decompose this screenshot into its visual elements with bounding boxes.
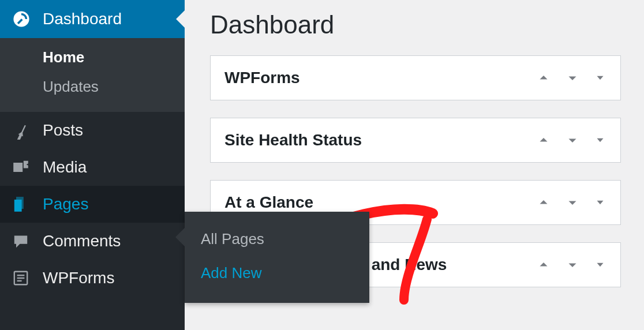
widget-controls bbox=[536, 133, 606, 148]
sidebar-item-label: Pages bbox=[43, 195, 88, 213]
widget-controls bbox=[536, 70, 606, 85]
active-indicator-icon bbox=[176, 10, 185, 28]
admin-sidebar: Dashboard Home Updates Posts Media Pages… bbox=[0, 0, 185, 330]
toggle-icon[interactable] bbox=[594, 258, 606, 271]
widget-title: At a Glance bbox=[224, 193, 313, 212]
move-up-icon[interactable] bbox=[536, 257, 551, 272]
widget-controls bbox=[536, 257, 606, 272]
widget-controls bbox=[536, 195, 606, 210]
media-icon bbox=[12, 158, 35, 177]
sidebar-item-wpforms[interactable]: WPForms bbox=[0, 260, 185, 297]
dashboard-icon bbox=[12, 9, 35, 29]
sidebar-item-posts[interactable]: Posts bbox=[0, 112, 185, 149]
sidebar-item-dashboard[interactable]: Dashboard bbox=[0, 0, 185, 38]
widget-site-health: Site Health Status bbox=[210, 118, 621, 163]
sidebar-item-label: Media bbox=[43, 158, 87, 177]
widget-wpforms: WPForms bbox=[210, 55, 621, 100]
toggle-icon[interactable] bbox=[594, 196, 606, 209]
toggle-icon[interactable] bbox=[594, 72, 606, 84]
move-up-icon[interactable] bbox=[536, 70, 551, 85]
move-down-icon[interactable] bbox=[565, 195, 580, 210]
move-up-icon[interactable] bbox=[536, 133, 551, 148]
page-title: Dashboard bbox=[210, 10, 621, 39]
wpforms-icon bbox=[12, 269, 35, 287]
comments-icon bbox=[12, 232, 35, 250]
pages-flyout-menu: All Pages Add New bbox=[185, 212, 369, 303]
dashboard-submenu: Home Updates bbox=[0, 38, 185, 112]
svg-point-0 bbox=[15, 164, 17, 167]
sidebar-item-label: Dashboard bbox=[43, 10, 122, 28]
toggle-icon[interactable] bbox=[594, 134, 606, 147]
pages-icon bbox=[12, 195, 35, 213]
sidebar-item-label: Posts bbox=[43, 121, 83, 140]
widget-title: WPForms bbox=[224, 69, 300, 87]
sidebar-item-label: WPForms bbox=[43, 269, 114, 287]
sidebar-item-comments[interactable]: Comments bbox=[0, 223, 185, 260]
sidebar-item-pages[interactable]: Pages bbox=[0, 186, 185, 223]
pin-icon bbox=[12, 121, 35, 140]
move-down-icon[interactable] bbox=[565, 70, 580, 85]
submenu-item-updates[interactable]: Updates bbox=[0, 72, 185, 102]
submenu-item-home[interactable]: Home bbox=[0, 43, 185, 72]
widget-title: Site Health Status bbox=[224, 131, 362, 149]
move-up-icon[interactable] bbox=[536, 195, 551, 210]
flyout-arrow-icon bbox=[175, 228, 185, 246]
flyout-item-add-new[interactable]: Add New bbox=[185, 256, 369, 290]
move-down-icon[interactable] bbox=[565, 133, 580, 148]
move-down-icon[interactable] bbox=[565, 257, 580, 272]
flyout-item-all-pages[interactable]: All Pages bbox=[185, 222, 369, 256]
sidebar-item-label: Comments bbox=[43, 232, 121, 250]
sidebar-item-media[interactable]: Media bbox=[0, 149, 185, 186]
